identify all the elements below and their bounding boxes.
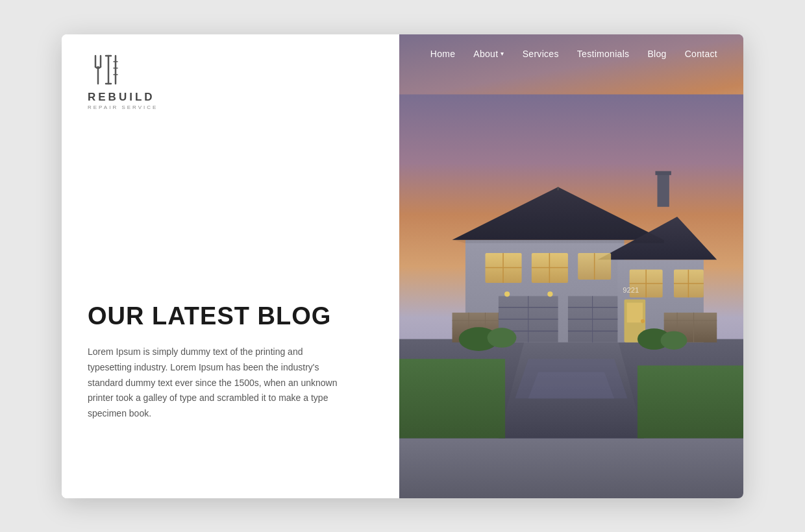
svg-point-53 (504, 291, 510, 296)
left-content: OUR LATEST BLOG Lorem Ipsum is simply du… (62, 186, 399, 422)
navbar: Home About ▾ Services Testimonials Blog … (399, 34, 743, 73)
svg-point-67 (661, 331, 687, 350)
nav-about-arrow: ▾ (501, 50, 504, 57)
nav-about[interactable]: About ▾ (473, 49, 504, 59)
logo-svg (88, 53, 127, 88)
svg-rect-32 (658, 173, 669, 206)
svg-point-62 (641, 319, 645, 323)
blog-heading: OUR LATEST BLOG (88, 303, 373, 330)
logo-name: REBUILD (88, 91, 155, 104)
logo-subtitle: REPAIR SERVICE (88, 104, 158, 110)
nav-testimonials[interactable]: Testimonials (577, 49, 630, 59)
browser-window: REBUILD REPAIR SERVICE OUR LATEST BLOG L… (62, 34, 743, 498)
svg-point-65 (488, 328, 517, 348)
right-panel: 9221 Home About ▾ Services Testimonials … (399, 34, 743, 498)
svg-point-54 (547, 291, 552, 296)
nav-about-label: About (473, 49, 498, 59)
blog-description: Lorem Ipsum is simply dummy text of the … (88, 345, 347, 422)
svg-rect-13 (399, 359, 505, 438)
logo-icon (88, 53, 127, 88)
nav-blog[interactable]: Blog (647, 49, 666, 59)
house-illustration: 9221 (399, 34, 743, 498)
nav-services[interactable]: Services (523, 49, 559, 59)
svg-rect-61 (627, 302, 643, 322)
logo-area: REBUILD REPAIR SERVICE (62, 34, 399, 110)
left-panel: REBUILD REPAIR SERVICE OUR LATEST BLOG L… (62, 34, 399, 498)
svg-text:9221: 9221 (623, 286, 639, 294)
hero-image: 9221 (399, 34, 743, 498)
svg-rect-33 (655, 171, 671, 175)
svg-rect-14 (638, 365, 743, 438)
nav-home[interactable]: Home (430, 49, 456, 59)
svg-marker-69 (528, 372, 615, 398)
nav-contact[interactable]: Contact (685, 49, 717, 59)
